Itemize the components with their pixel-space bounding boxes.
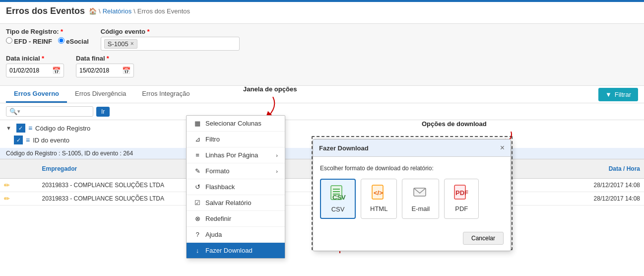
selecionar-colunas-label: Selecionar Colunas [205,120,261,127]
calendar-icon-initial[interactable]: 📅 [52,67,61,74]
csv-label: CSV [331,206,345,213]
checkbox-col1[interactable]: ✓ [16,124,25,133]
filtro-icon: ⊿ [193,136,201,143]
menu-filtro[interactable]: ⊿ Filtro [187,132,285,147]
filter-button[interactable]: ▼ Filtrar [598,88,638,101]
linhas-label: Linhas Por Página [205,151,258,159]
radio-efd-input[interactable] [6,37,12,44]
col2-label: ID do evento [33,137,69,144]
tipo-registro-label: Tipo de Registro: * [6,28,89,35]
linhas-arrow: › [276,152,278,158]
pdf-label: PDF [455,205,468,212]
col-row-1: ▼ ✓ ≡ Código do Registro [6,122,638,134]
formato-arrow: › [276,168,278,174]
menu-linhas-por-pagina[interactable]: ≡ Linhas Por Página › [187,147,285,163]
codigo-tag-input[interactable]: S-1005 × [101,37,240,51]
dialog-header: Fazer Download × [313,139,511,157]
format-email[interactable]: E-mail [402,179,439,219]
edit-icon-2[interactable]: ✏ [4,195,10,203]
html-icon: </> [371,184,387,203]
codigo-evento-label: Código evento * [101,28,240,35]
breadcrumb: 🏠 \ Relatórios \ Erros dos Eventos [89,7,190,15]
menu-ajuda[interactable]: ? Ajuda [187,227,285,243]
tipo-radio-group: EFD - REINF eSocial [6,37,89,47]
download-icon: ↓ [193,247,201,254]
checkbox-col2[interactable]: ✓ [14,136,23,144]
radio-efd[interactable]: EFD - REINF [6,37,52,45]
toggle-icon-1[interactable]: ▼ [6,125,11,131]
svg-text:CSV: CSV [332,194,346,201]
flashback-icon: ↺ [193,183,201,191]
table-toolbar: 🔍 ▾ Ir [0,103,644,120]
menu-salvar-relatorio[interactable]: ☑ Salvar Relatório [187,195,285,211]
breadcrumb-current: Erros dos Eventos [137,7,190,15]
radio-esocial[interactable]: eSocial [58,37,89,45]
data-final-input-row[interactable]: 📅 [76,64,134,77]
search-box[interactable]: 🔍 ▾ [6,106,93,117]
list-icon-1: ≡ [28,124,32,132]
tipo-registro-group: Tipo de Registro: * EFD - REINF eSocial [6,28,89,47]
salvar-icon: ☑ [193,199,201,207]
download-label: Fazer Download [205,247,253,254]
edit-icon-1[interactable]: ✏ [4,181,10,189]
th-data-hora: Data / Hora [496,159,644,179]
menu-fazer-download[interactable]: ↓ Fazer Download [187,243,285,258]
filter-icon: ▼ [605,91,612,98]
tab-erros-divergencia[interactable]: Erros Divergência [67,86,134,103]
calendar-icon-final[interactable]: 📅 [122,67,130,74]
tabs-container: Erros Governo Erros Divergência Erros In… [6,86,197,103]
tab-erros-integracao[interactable]: Erros Integração [134,86,197,103]
data-final-group: Data final * 📅 [76,55,134,77]
required-star: * [61,28,63,35]
home-icon[interactable]: 🏠 [89,7,97,15]
dialog-title: Fazer Download [319,144,369,152]
data-2: 28/12/2017 14:08 [496,192,644,206]
formato-icon: ✎ [193,167,201,175]
dialog-close-button[interactable]: × [500,143,505,152]
download-dialog: Fazer Download × Escolher formato de dow… [313,139,511,251]
list-icon-2: ≡ [26,136,30,144]
ir-button[interactable]: Ir [96,107,110,117]
html-label: HTML [370,205,387,212]
ajuda-icon: ? [193,231,201,238]
format-pdf[interactable]: PDF PDF [444,179,479,219]
menu-flashback[interactable]: ↺ Flashback [187,179,285,195]
radio-esocial-input[interactable] [58,37,64,44]
tab-erros-governo[interactable]: Erros Governo [6,86,67,103]
form-section: Tipo de Registro: * EFD - REINF eSocial … [0,24,644,86]
th-edit [0,159,38,179]
svg-text:</>: </> [374,189,383,197]
ajuda-label: Ajuda [205,231,222,238]
search-input[interactable] [20,108,90,115]
dialog-subtitle: Escolher formato de download do relatóri… [320,165,504,172]
flashback-label: Flashback [205,183,235,191]
format-html[interactable]: </> HTML [361,179,397,219]
menu-selecionar-colunas[interactable]: ▦ Selecionar Colunas [187,116,285,132]
data-final-input[interactable] [79,67,119,74]
email-label: E-mail [411,205,430,212]
formato-label: Formato [205,167,229,175]
redefinir-label: Redefinir [205,215,231,222]
svg-rect-2 [333,191,340,192]
menu-formato[interactable]: ✎ Formato › [187,163,285,179]
linhas-icon: ≡ [193,151,201,159]
dialog-footer: Cancelar [313,232,511,251]
col1-label: Código do Registro [35,125,90,132]
data-inicial-group: Data inicial * 📅 [6,55,64,77]
menu-redefinir[interactable]: ⊗ Redefinir [187,211,285,227]
data-inicial-input-row[interactable]: 📅 [6,64,64,77]
format-csv[interactable]: CSV CSV [320,179,356,219]
salvar-label: Salvar Relatório [205,199,252,207]
breadcrumb-relatorios[interactable]: Relatórios [103,7,132,15]
data-1: 28/12/2017 14:08 [496,179,644,192]
tag-close-icon[interactable]: × [130,40,134,47]
format-options: CSV CSV </> HTML [320,179,504,219]
pdf-icon: PDF [453,184,469,203]
page-header: Erros dos Eventos 🏠 \ Relatórios \ Erros… [0,2,644,24]
dialog-body: Escolher formato de download do relatóri… [313,157,511,232]
data-inicial-input[interactable] [9,67,49,74]
required-star-2: * [147,28,149,35]
dialog-overlay: Fazer Download × Escolher formato de dow… [313,139,511,251]
cancel-button[interactable]: Cancelar [463,232,504,245]
email-icon [413,184,429,203]
